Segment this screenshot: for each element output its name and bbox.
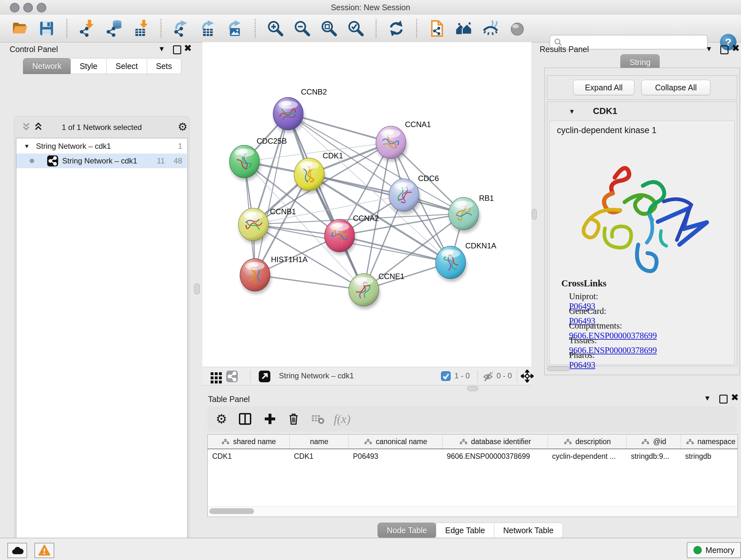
zoom-out-button[interactable] [293,19,311,37]
tab-style[interactable]: Style [71,58,107,74]
column-header-description[interactable]: description [548,435,626,449]
results-panel-close-icon[interactable]: ✖ [732,45,740,52]
zoom-selected-button[interactable] [347,19,365,37]
network-node-CCNA1[interactable] [376,126,407,162]
network-node-CCNA2[interactable] [325,219,356,255]
network-node-HIST1H1A[interactable] [240,259,271,294]
first-neighbors-button[interactable] [455,19,473,37]
column-header--id[interactable]: @id [626,435,681,449]
network-node-CDC25B[interactable] [229,145,261,181]
network-status-dot [30,159,34,163]
network-node-CCNE1[interactable] [349,273,380,309]
results-panel-menu-icon[interactable]: ▾ [707,45,711,52]
column-header-canonical-name[interactable]: canonical name [348,435,442,449]
tab-select[interactable]: Select [106,58,147,74]
add-column-icon[interactable] [262,411,278,427]
edge-count: 48 [174,157,182,165]
column-header-database-identifier[interactable]: database identifier [442,435,548,449]
zoom-fit-button[interactable] [320,19,338,37]
memory-button[interactable]: Memory [687,542,741,558]
cloud-button[interactable] [7,543,27,558]
control-panel-close-icon[interactable]: ✖ [184,45,192,52]
grid-view-icon[interactable] [208,370,225,386]
protein-structure-image [562,146,713,284]
table-panel-float-icon[interactable] [719,395,728,403]
open-file-button[interactable] [11,19,29,37]
table-hscrollbar[interactable] [208,506,737,516]
results-panel-float-icon[interactable] [720,45,729,54]
network-node-CDKN1A[interactable] [435,246,467,282]
crosslink-label: Tissues: [569,335,628,346]
zoom-in-button[interactable] [266,19,284,37]
toolbar-separator [416,19,417,38]
table-hscroll-thumb[interactable] [209,508,254,514]
network-collection-row[interactable]: ▼ String Network – cdk1 1 [16,139,187,153]
network-node-CDK1[interactable] [294,158,326,193]
birdseye-view-icon[interactable] [259,370,271,382]
move-crosshair-icon[interactable] [521,370,534,382]
export-image-button[interactable] [226,19,244,37]
network-edge[interactable] [255,275,364,290]
selected-count: 1 - 0 [455,371,470,380]
gear-icon[interactable]: ⚙ [178,120,187,133]
hide-selected-button[interactable] [482,19,499,37]
main-toolbar: ? [0,15,741,43]
tab-network[interactable]: Network [23,58,71,74]
control-panel-menu-icon[interactable]: ▾ [159,45,164,52]
tab-sets[interactable]: Sets [147,58,181,74]
network-edge[interactable] [340,236,451,262]
import-network-from-file-button[interactable] [78,19,96,37]
network-canvas[interactable]: CCNB2CCNA1CDC25BCDK1CDC6RB1CCNB1CCNA2CDK… [202,42,531,367]
crosslink-link[interactable]: P06493 [569,360,596,370]
column-header-name[interactable]: name [289,435,348,449]
network-edge[interactable] [309,174,464,213]
import-table-from-file-button[interactable] [132,19,150,37]
network-share-icon[interactable] [226,370,238,382]
column-header-shared-name[interactable]: shared name [208,435,289,449]
hidden-eye-icon[interactable] [482,371,493,382]
warning-button[interactable] [35,543,54,558]
export-network-button[interactable] [172,19,190,37]
network-row[interactable]: String Network – cdk1 11 48 [16,153,187,168]
network-row-label: String Network – cdk1 [62,157,137,165]
crosslink-row: Pharos:P06493 [569,350,628,370]
table-panel-title: Table Panel [208,395,250,404]
delete-table-icon[interactable] [310,411,326,427]
selected-checkbox-icon[interactable] [441,371,451,381]
show-columns-icon[interactable] [237,411,253,427]
results-scroll-thumb[interactable] [547,367,570,371]
table-panel-menu-icon[interactable]: ▾ [705,395,710,401]
toolbar-separator [517,370,517,382]
refresh-view-button[interactable] [387,19,405,37]
tree-collapse-icon[interactable]: ▼ [24,143,30,150]
table-cell: stringdb [681,449,738,463]
shared-column-icon [641,439,650,444]
network-node-CCNB2[interactable] [273,98,305,133]
control-panel-float-icon[interactable] [173,45,181,54]
save-session-button[interactable] [38,19,56,37]
table-gear-icon[interactable]: ⚙ [213,411,230,427]
table-row[interactable]: CDK1CDK1P064939606.ENSP00000378699cyclin… [208,449,738,463]
tab-node-table[interactable]: Node Table [378,523,436,538]
node-label-CCNA2: CCNA2 [353,214,379,223]
network-node-RB1[interactable] [449,197,480,233]
new-network-from-selection-button[interactable] [428,19,446,37]
table-panel-close-icon[interactable]: ✖ [731,394,739,401]
show-all-button[interactable] [509,19,526,37]
import-network-from-database-button[interactable] [105,19,123,37]
left-splitter-handle[interactable] [194,284,200,294]
delete-column-icon[interactable] [285,411,302,427]
table-tabs: Node TableEdge TableNetwork Table [378,523,563,538]
collapse-all-button[interactable]: Collapse All [642,80,711,95]
export-table-button[interactable] [199,19,217,37]
tab-edge-table[interactable]: Edge Table [436,523,494,538]
shared-column-icon [221,439,230,444]
function-builder-icon[interactable]: f(x) [334,411,350,427]
gene-collapse-icon[interactable]: ▼ [569,108,575,115]
gene-detail-box: cyclin-dependent kinase 1 CrossLinks Uni… [549,121,735,365]
expand-all-button[interactable]: Expand All [573,80,634,95]
column-header-namespace[interactable]: namespace [681,435,738,449]
network-node-CDC6[interactable] [389,179,420,214]
network-view-title: String Network – cdk1 [279,371,354,380]
tab-network-table[interactable]: Network Table [494,523,563,538]
